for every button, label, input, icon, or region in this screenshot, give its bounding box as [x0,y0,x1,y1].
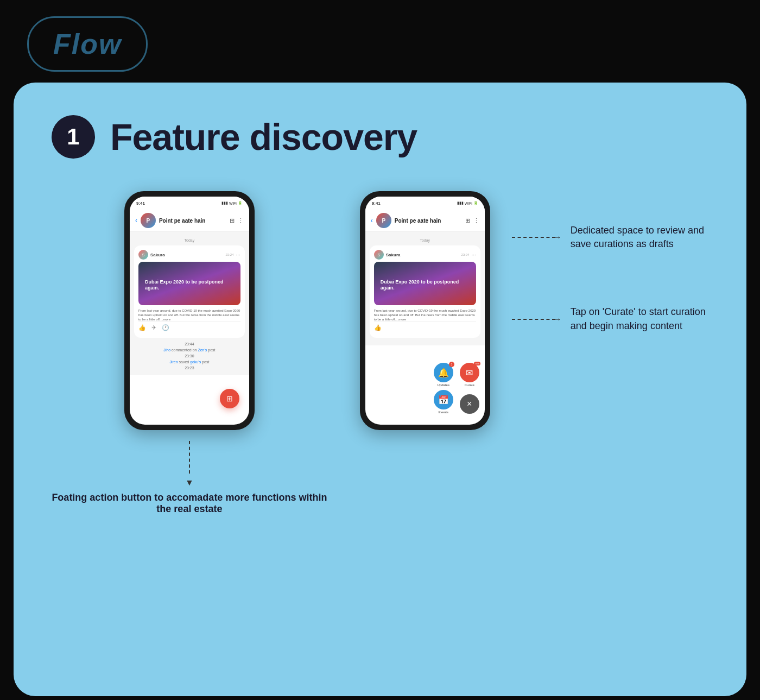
phone2-notch: 9:41 ▮▮▮ WiFi 🔋 [365,197,485,210]
bell-icon: 🔔 [438,368,449,378]
phone2-grid-icon[interactable]: ⊞ [465,217,470,224]
fab-icon: ⊞ [226,394,233,403]
phone2-back-button[interactable]: ‹ [371,217,373,224]
phone2-chat-avatar: P [376,213,391,228]
phone2-sender-row: S Sakura 23:24 ··· [374,250,476,260]
chat-date: Today [134,238,245,242]
bookmark-icon[interactable]: 🕐 [162,324,169,331]
logo-text: Flow [53,28,122,60]
phone1-with-annotation: 9:41 ▮▮▮ WiFi 🔋 ‹ P Point pe aate hain [52,191,327,515]
signal-icon2: ▮▮▮ [457,201,464,205]
phone1-article-preview: Dubai Expo 2020 to be postponed again. [138,262,240,305]
annotation-bottom-right: → Tap on 'Curate' to start curation and … [512,305,708,332]
annotation-top: → Dedicated space to review and save cur… [512,224,708,251]
phone1-notif1-time: 23:44 [134,341,245,347]
chat-avatar: P [141,213,156,228]
back-button[interactable]: ‹ [135,217,137,224]
down-arrow-icon: ▼ [185,478,194,488]
phone2-screen: 9:41 ▮▮▮ WiFi 🔋 ‹ P Point pe aate hain [365,197,485,425]
logo-area: Flow [11,11,749,83]
dashed-line-top [512,237,555,238]
dashed-line-down [189,441,190,474]
phone2-message-bubble: S Sakura 23:24 ··· Dubai Expo 2020 to be… [370,245,480,338]
share-icon[interactable]: ✈ [151,324,156,331]
phone1-fab-button[interactable]: ⊞ [220,389,239,408]
signal-icon: ▮▮▮ [221,201,228,205]
phone1-article-image: Dubai Expo 2020 to be postponed again. [138,262,240,305]
phone2-more-icon[interactable]: ··· [471,252,476,258]
grid-icon[interactable]: ⊞ [230,217,235,224]
phone2-article-title: Dubai Expo 2020 to be postponed again. [378,277,472,293]
phone2-sender-name: Sakura [386,253,401,257]
phone2-container: 9:41 ▮▮▮ WiFi 🔋 ‹ P Point pe aate hain [360,191,490,430]
fab-events-item: 📅 Events [434,390,453,414]
fab-updates-button[interactable]: 🔔 3 [434,363,453,382]
section-title: Feature discovery [110,116,417,158]
phone1-sender-name: Sakura [150,253,165,257]
phone2-chat-header-icons: ⊞ ⋮ [465,217,479,224]
phone1-article-body: From last year around, due to COVID-19 t… [138,307,240,321]
phone2-mockup: 9:41 ▮▮▮ WiFi 🔋 ‹ P Point pe aate hain [360,191,490,430]
dashed-line-bottom [512,319,555,320]
arrow-head-top: → [553,232,562,242]
phone2-time: 9:41 [372,201,381,206]
phone1-notif2: Jiren saved goku's post [134,359,245,365]
phone1-sender-avatar: S [138,250,148,260]
close-icon: × [467,399,472,409]
chat-title: Point pe aate hain [159,218,226,224]
phone2-chat-title: Point pe aate hain [395,218,462,224]
phone1-message-bubble: S Sakura 23:24 ··· Dubai Expo 2020 to be… [134,245,245,338]
wifi-icon2: WiFi [465,201,472,205]
fab-badge: 3 [449,362,454,367]
events-icon: 📅 [438,395,449,405]
step-number: 1 [67,124,79,150]
phone2-chat-header: ‹ P Point pe aate hain ⊞ ⋮ [365,210,485,232]
fab-curate-button[interactable]: ✉ new [460,363,479,382]
fab-events-label: Events [439,411,448,414]
phone2-article-image: Dubai Expo 2020 to be postponed again. [374,262,476,305]
more-icon[interactable]: ⋮ [238,217,244,224]
phone2-chat-body: Today S Sakura 23:24 ··· [365,232,485,345]
fab-row-top: 🔔 3 Updates ✉ new Curate [434,363,479,387]
dashed-arrow-top: → [512,232,562,242]
dashed-arrow-bottom: → [512,314,562,324]
fab-updates-item: 🔔 3 Updates [434,363,453,387]
battery-icon: 🔋 [238,201,243,205]
phone2-more-icon[interactable]: ⋮ [473,217,479,224]
phone1-notch: 9:41 ▮▮▮ WiFi 🔋 [130,197,249,210]
phone2-article-body: From last year around, due to COVID-19 t… [374,307,476,321]
phone1-action-bar: 👍 ✈ 🕐 [138,321,240,333]
logo-pill: Flow [27,16,148,72]
phone1-chat-body: Today S Sakura 23:24 ··· [130,232,249,375]
chat-title-wrap: Point pe aate hain [159,218,226,224]
main-card: 1 Feature discovery 9:41 ▮▮▮ WiFi 🔋 [14,83,746,696]
phone1-chat-header: ‹ P Point pe aate hain ⊞ ⋮ [130,210,249,232]
bottom-annotation-area: ▼ Foating action button to accomadate mo… [52,441,327,515]
fab-new-badge: new [474,362,480,365]
phone1-sender-row: S Sakura 23:24 ··· [138,250,240,260]
phone1-status-icons: ▮▮▮ WiFi 🔋 [221,201,243,205]
phone2-chat-date: Today [370,238,480,242]
phones-and-annotations: 9:41 ▮▮▮ WiFi 🔋 ‹ P Point pe aate hain [52,191,708,515]
like-icon[interactable]: 👍 [138,324,146,331]
battery-icon2: 🔋 [473,201,478,205]
phone1-more-icon[interactable]: ··· [236,252,240,258]
fab-updates-label: Updates [438,383,449,387]
phone1-msg-time: 23:24 [226,253,234,256]
bottom-annotation-text: Foating action button to accomadate more… [52,492,327,515]
annotation-top-text: Dedicated space to review and save curat… [571,224,708,251]
fab-row-bottom: 📅 Events × [434,390,479,414]
phone1-msg-time2: 20:23 [134,365,245,371]
phone2-action-bar: 👍 [374,321,476,333]
phone2-msg-time: 23:24 [461,253,469,256]
phone1-mockup: 9:41 ▮▮▮ WiFi 🔋 ‹ P Point pe aate hain [124,191,255,430]
right-annotations: → Dedicated space to review and save cur… [512,191,708,333]
phone2-like-icon[interactable]: 👍 [374,324,382,331]
step-circle: 1 [52,115,95,159]
fab-curate-item: ✉ new Curate [460,363,479,387]
fab-events-button[interactable]: 📅 [434,390,453,409]
chat-header-icons: ⊞ ⋮ [230,217,244,224]
fab-expanded-menu: 🔔 3 Updates ✉ new Curate [434,363,479,414]
fab-close-button[interactable]: × [460,394,479,414]
phone2-chat-title-wrap: Point pe aate hain [395,218,462,224]
